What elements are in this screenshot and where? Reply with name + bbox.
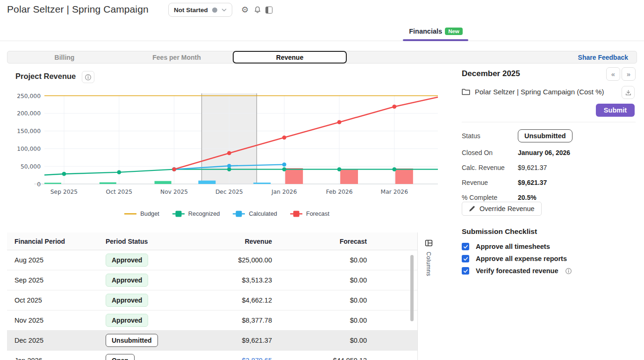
chart-legend: BudgetRecognizedCalculatedForecast [15,210,438,217]
subtab-fees-per-month[interactable]: Fees per Month [121,51,233,63]
field-label: Closed On [462,149,518,156]
period-cell: Oct 2025 [7,296,98,304]
svg-text:Mar 2026: Mar 2026 [381,189,408,195]
tab-financials[interactable]: FinancialsNew [402,27,470,35]
svg-text:Feb 2026: Feb 2026 [326,189,353,195]
forecast-cell: $0.00 [279,276,374,284]
legend-item-budget[interactable]: Budget [124,210,159,217]
project-name: Polar Seltzer | Spring Campaign (Cost %) [475,88,604,96]
override-revenue-label: Override Revenue [479,205,535,212]
chart-title: Project Revenue [15,72,76,81]
settings-icon[interactable]: ⚙ [240,5,250,14]
table-row[interactable]: Dec 2025Unsubmitted$9,621.37$0.00 [7,331,417,351]
period-cell: Sep 2025 [7,276,98,284]
field-value: $9,621.37 [518,164,547,171]
panel-month-title: December 2025 [462,69,520,78]
header-divider [0,41,644,41]
revenue-cell: $9,621.37 [184,337,279,344]
subtab-revenue[interactable]: Revenue [233,51,347,64]
forecast-cell: $0.00 [279,296,374,304]
period-status-badge: Open [106,354,135,360]
field-label: Status [462,132,518,140]
forecast-cell: $0.00 [279,256,374,264]
svg-text:150,000: 150,000 [17,128,41,134]
status-dot-icon [212,7,217,13]
checkbox[interactable] [462,255,469,262]
svg-text:200,000: 200,000 [17,110,41,117]
checklist-item: Verify forecasted revenue [462,267,572,275]
share-feedback-link[interactable]: Share Feedback [578,51,628,63]
forecast-cell: $0.00 [279,317,374,324]
field-value: Unsubmitted [518,129,572,142]
new-badge: New [445,28,463,35]
period-fields: StatusUnsubmittedClosed OnJanuary 06, 20… [462,127,636,205]
legend-swatch-icon [233,211,245,217]
chevrons-right-icon: » [627,70,630,78]
table-row[interactable]: Nov 2025Approved$8,377.78$0.00 [7,311,417,331]
download-button[interactable] [622,86,635,99]
info-icon[interactable] [565,268,572,275]
period-cell: Aug 2025 [7,256,98,264]
previous-period-button[interactable]: « [606,67,620,81]
revenue-cell: $25,000.00 [184,256,279,264]
columns-label: Columns [425,252,432,276]
table-row[interactable]: Oct 2025Approved$4,662.12$0.00 [7,290,417,311]
svg-text:0: 0 [37,181,41,188]
checklist-label: Approve all timesheets [476,243,550,250]
project-status-dropdown[interactable]: Not Started [168,3,232,17]
page-title: Polar Seltzer | Spring Campaign [7,4,149,15]
forecast-cell: $44,959.13 [279,357,374,360]
checkbox[interactable] [462,243,469,250]
col-period-status: Period Status [98,238,184,245]
field-label: % Complete [462,194,518,201]
legend-item-recognized[interactable]: Recognized [172,210,220,217]
table-row[interactable]: Aug 2025Approved$25,000.00$0.00 [7,250,417,270]
download-icon [625,90,631,96]
project-row: Polar Seltzer | Spring Campaign (Cost %) [462,88,604,96]
checklist-label: Approve all expense reports [476,255,567,262]
submit-button[interactable]: Submit [596,104,635,117]
checklist-item: Approve all expense reports [462,255,572,262]
columns-grid-icon [425,239,433,247]
next-period-button[interactable]: » [622,67,636,81]
table-row[interactable]: Jan 2026Open$3,879.65$44,959.13 [7,351,417,360]
override-revenue-button[interactable]: Override Revenue [462,202,542,216]
period-cell: Jan 2026 [7,357,98,360]
checkbox[interactable] [462,267,469,275]
field-row-status: StatusUnsubmitted [462,127,636,145]
period-status-badge: Approved [106,294,148,307]
period-status-badge: Approved [106,254,148,267]
period-detail-panel: December 2025 « » Polar Seltzer | Spring… [462,65,636,355]
legend-item-calculated[interactable]: Calculated [233,210,277,217]
side-panel-toggle-icon[interactable] [264,5,273,14]
check-icon [463,244,468,249]
table-row[interactable]: Sep 2025Approved$3,513.23$0.00 [7,270,417,290]
notifications-bell-icon[interactable] [253,5,262,14]
legend-item-forecast[interactable]: Forecast [290,210,329,217]
field-label: Calc. Revenue [462,164,518,171]
subtab-billing[interactable]: Billing [8,51,121,63]
field-row-calc-revenue: Calc. Revenue$9,621.37 [462,160,636,175]
svg-text:Jan 2026: Jan 2026 [271,189,297,195]
period-cell: Dec 2025 [7,337,98,344]
legend-label: Budget [140,210,159,217]
chevron-down-icon [222,8,227,12]
financials-subtab-bar: Billing Fees per Month Revenue Share Fee… [7,51,637,64]
period-status-badge: Approved [106,274,148,287]
col-forecast: Forecast [279,238,374,245]
active-tab-underline [403,39,468,41]
revenue-cell: $4,662.12 [184,296,279,304]
col-revenue: Revenue [184,238,279,245]
forecast-cell: $0.00 [279,337,374,344]
chart-info-button[interactable] [82,71,94,83]
info-icon [85,74,92,81]
revenue-cell[interactable]: $3,879.65 [184,357,279,360]
table-scrollbar[interactable] [410,255,414,321]
svg-text:100,000: 100,000 [17,146,41,152]
period-cell: Nov 2025 [7,317,98,324]
legend-label: Recognized [188,210,220,217]
columns-panel-toggle[interactable]: Columns [417,233,439,360]
svg-text:Nov 2025: Nov 2025 [160,189,188,195]
checklist-item: Approve all timesheets [462,243,572,250]
revenue-cell: $8,377.78 [184,317,279,324]
